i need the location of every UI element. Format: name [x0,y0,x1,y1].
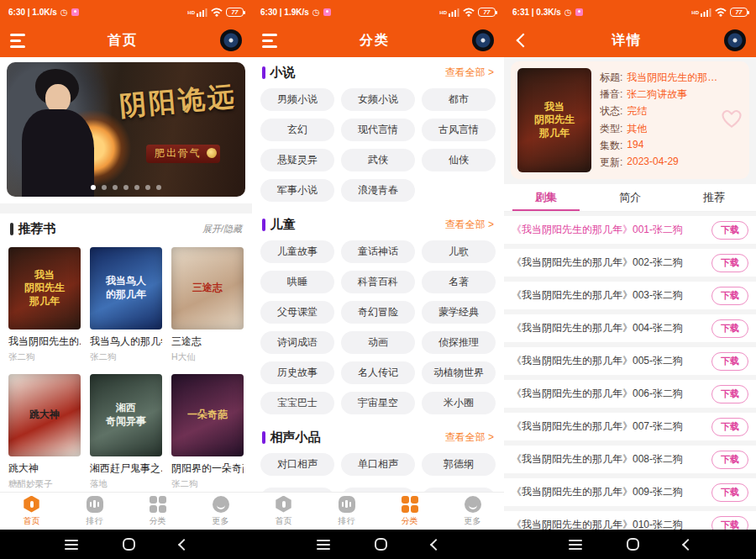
category-chip[interactable]: 单口相声 [341,453,415,476]
category-chip[interactable]: 动植物世界 [422,361,496,384]
episode-title[interactable]: 《我当阴阳先生的那几年》007-张二狗 [512,419,706,434]
favorite-heart-icon[interactable] [721,108,743,129]
android-back-icon[interactable] [429,538,441,550]
category-chip[interactable]: 侦探推理 [422,331,496,354]
category-chip[interactable]: 父母课堂 [260,301,334,324]
download-button[interactable]: 下载 [711,385,748,403]
download-button[interactable]: 下载 [711,418,748,436]
category-chip[interactable]: 奇幻冒险 [341,301,415,324]
book-cover[interactable]: 我当鸟人 的那几年 [90,247,162,330]
category-chip[interactable]: 蒙学经典 [422,301,496,324]
view-all-link[interactable]: 查看全部 > [445,430,494,445]
category-chip[interactable]: 悬疑灵异 [260,149,334,171]
category-chip[interactable]: 动画 [341,331,415,354]
category-chip[interactable]: 女频小说 [341,88,415,111]
download-button[interactable]: 下载 [711,221,748,240]
episode-row[interactable]: 《我当阴阳先生的那几年》002-张二狗 下载 [504,249,756,277]
category-chip[interactable]: 儿童故事 [260,240,334,263]
book-card[interactable]: 一朵奇葩 阴阳界的一朵奇葩 张二狗 [171,374,244,490]
download-button[interactable]: 下载 [711,319,748,338]
tab-home[interactable]: 首页 [0,493,63,530]
book-cover[interactable]: 跳大神 [8,374,81,456]
book-cover[interactable]: 我当 阴阳先生 那几年 [8,247,81,330]
book-cover[interactable]: 湘西 奇闻异事 [90,374,162,456]
episode-title[interactable]: 《我当阴阳先生的那几年》008-张二狗 [512,452,706,467]
tab-category[interactable]: 分类 [378,493,441,530]
category-chip[interactable]: 童话神话 [341,240,415,263]
download-button[interactable]: 下载 [711,451,748,469]
book-card[interactable]: 我当 阴阳先生 那几年 我当阴阳先生的... 张二狗 [8,247,81,363]
player-vinyl-icon[interactable] [472,29,494,51]
category-chip[interactable]: 米小圈 [422,392,496,414]
android-home-icon[interactable] [375,538,387,551]
tab-home[interactable]: 首页 [252,493,315,530]
carousel-dots[interactable] [7,185,245,190]
book-card[interactable]: 三途志 三途志 H大仙 [171,247,244,363]
download-button[interactable]: 下载 [711,483,748,502]
download-button[interactable]: 下载 [711,352,748,371]
category-chip[interactable]: 名人传记 [341,361,415,384]
android-back-icon[interactable] [177,538,189,550]
episode-title[interactable]: 《我当阴阳先生的那几年》004-张二狗 [512,321,706,335]
episode-row[interactable]: 《我当阴阳先生的那几年》003-张二狗 下载 [504,282,756,309]
download-button[interactable]: 下载 [711,254,748,272]
tab-summary[interactable]: 简介 [588,184,672,211]
episode-row[interactable]: 《我当阴阳先生的那几年》009-张二狗 下载 [504,478,756,506]
episode-row[interactable]: 《我当阴阳先生的那几年》001-张二狗 下载 [504,216,756,244]
view-all-link[interactable]: 查看全部 > [445,218,494,232]
category-chip[interactable]: 诗词成语 [260,331,334,354]
episode-title[interactable]: 《我当阴阳先生的那几年》005-张二狗 [512,354,706,368]
episode-title[interactable]: 《我当阴阳先生的那几年》002-张二狗 [512,256,706,270]
menu-icon[interactable] [262,34,277,48]
book-card[interactable]: 我当鸟人 的那几年 我当鸟人的那几年 张二狗 [90,247,162,363]
expand-hide-link[interactable]: 展开/隐藏 [202,223,242,235]
android-menu-icon[interactable] [317,540,330,550]
episode-row[interactable]: 《我当阴阳先生的那几年》008-张二狗 下载 [504,446,756,473]
book-card[interactable]: 湘西 奇闻异事 湘西赶尸鬼事之... 落地 [90,374,162,490]
tab-more[interactable]: 更多 [441,493,504,530]
category-chip[interactable]: 宝宝巴士 [260,392,334,414]
category-chip[interactable]: 宇宙星空 [341,392,415,414]
category-chip[interactable]: 都市 [422,88,496,111]
book-cover[interactable]: 一朵奇葩 [171,374,244,456]
player-vinyl-icon[interactable] [724,29,746,51]
download-button[interactable]: 下载 [711,287,748,305]
android-menu-icon[interactable] [569,540,582,550]
android-menu-icon[interactable] [65,540,78,550]
category-chip[interactable]: 郭德纲 [422,453,496,476]
category-chip[interactable]: 男频小说 [260,88,334,111]
android-back-icon[interactable] [681,538,693,550]
episode-row[interactable]: 《我当阴阳先生的那几年》007-张二狗 下载 [504,413,756,440]
category-chip[interactable]: 仙侠 [422,149,496,171]
tab-episodes[interactable]: 剧集 [504,184,588,211]
category-chip[interactable]: 武侠 [341,149,415,171]
back-icon[interactable] [514,33,529,48]
android-home-icon[interactable] [123,538,135,551]
tab-rank[interactable]: 排行 [63,493,126,530]
category-chip[interactable]: 对口相声 [260,453,334,476]
banner-carousel[interactable]: 阴阳诡远 肥出骨气 [7,62,245,197]
episode-title[interactable]: 《我当阴阳先生的那几年》006-张二狗 [512,387,706,401]
android-home-icon[interactable] [627,538,639,551]
episode-row[interactable]: 《我当阴阳先生的那几年》005-张二狗 下载 [504,347,756,375]
category-chip[interactable]: 军事小说 [260,179,334,202]
category-chip[interactable]: 历史故事 [260,361,334,384]
category-chip[interactable]: 玄幻 [260,119,334,141]
tab-rank[interactable]: 排行 [315,493,378,530]
category-chip[interactable]: 浪漫青春 [341,179,415,202]
episode-title[interactable]: 《我当阴阳先生的那几年》001-张二狗 [512,223,706,237]
episode-title[interactable]: 《我当阴阳先生的那几年》010-张二狗 [512,518,706,530]
book-cover[interactable]: 三途志 [171,247,244,330]
menu-icon[interactable] [10,34,25,48]
tab-more[interactable]: 更多 [189,493,252,530]
category-chip[interactable]: 名著 [422,271,496,293]
episode-row[interactable]: 《我当阴阳先生的那几年》010-张二狗 下载 [504,511,756,530]
category-chip[interactable]: 古风言情 [422,119,496,141]
view-all-link[interactable]: 查看全部 > [445,66,494,80]
category-chip[interactable]: 儿歌 [422,240,496,263]
episode-title[interactable]: 《我当阴阳先生的那几年》003-张二狗 [512,288,706,303]
category-chip[interactable]: 现代言情 [341,119,415,141]
episode-row[interactable]: 《我当阴阳先生的那几年》004-张二狗 下载 [504,314,756,342]
book-card[interactable]: 跳大神 跳大神 糖醋妙栗子 [8,374,81,490]
episode-row[interactable]: 《我当阴阳先生的那几年》006-张二狗 下载 [504,380,756,408]
